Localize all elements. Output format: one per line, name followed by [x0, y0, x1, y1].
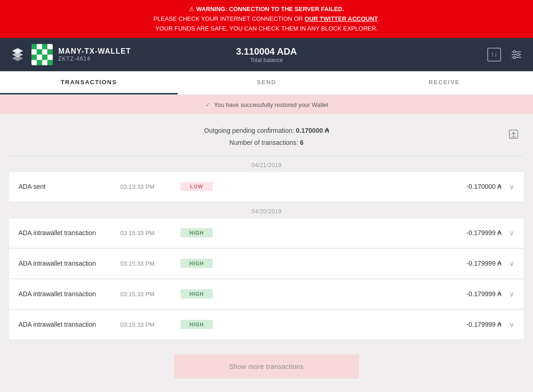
tx-amount: -0.179999 ₳ — [466, 260, 502, 267]
wallet-details: MANY-TX-WALLET ZKTZ-4614 — [58, 47, 131, 62]
pending-label: Outgoing pending confirmation: — [204, 127, 294, 134]
date-header-1: 04/21/2019 — [9, 156, 524, 172]
warning-banner: ⚠ WARNING: CONNECTION TO THE SERVER FAIL… — [0, 0, 533, 38]
tx-time: 03:13:33 PM — [120, 183, 180, 190]
svg-rect-15 — [42, 60, 48, 66]
transaction-row: ADA intrawallet transaction 03:15:33 PM … — [9, 249, 524, 279]
tx-time: 03:15:33 PM — [120, 230, 180, 236]
svg-rect-4 — [48, 44, 53, 50]
tx-count: 6 — [300, 139, 304, 146]
svg-rect-1 — [31, 44, 37, 50]
pending-amount: 0.170000 ₳ — [296, 127, 329, 134]
tx-title: ADA sent — [19, 183, 120, 190]
settings-icon[interactable] — [509, 47, 524, 62]
checkmark-icon: ✓ — [205, 101, 211, 108]
svg-rect-14 — [37, 60, 43, 66]
tab-send[interactable]: SEND — [178, 71, 355, 94]
tx-title: ADA intrawallet transaction — [19, 321, 120, 328]
svg-rect-7 — [42, 50, 48, 55]
svg-rect-12 — [48, 55, 53, 60]
expand-icon[interactable]: ∨ — [509, 259, 514, 268]
transaction-row: ADA intrawallet transaction 03:15:33 PM … — [9, 310, 524, 340]
show-more-container: Show more transactions — [9, 341, 524, 392]
tab-transactions[interactable]: TRANSACTIONS — [0, 71, 178, 94]
tab-receive[interactable]: RECEIVE — [355, 71, 533, 94]
warning-line1: WARNING: CONNECTION TO THE SERVER FAILED… — [196, 6, 344, 12]
warning-line2-suffix: . — [378, 15, 380, 22]
send-receive-icon[interactable]: ↑↓ — [487, 47, 502, 62]
svg-rect-11 — [42, 55, 48, 60]
expand-icon[interactable]: ∨ — [509, 290, 514, 299]
svg-point-24 — [514, 56, 516, 59]
tx-title: ADA intrawallet transaction — [19, 229, 120, 236]
wallet-name: MANY-TX-WALLET — [58, 47, 131, 56]
wallet-id: ZKTZ-4614 — [58, 56, 131, 62]
svg-rect-8 — [48, 50, 53, 55]
wallet-info-section: MANY-TX-WALLET ZKTZ-4614 — [9, 44, 131, 65]
svg-rect-2 — [37, 44, 43, 50]
app-header: MANY-TX-WALLET ZKTZ-4614 3.110004 ADA To… — [0, 38, 533, 71]
svg-rect-13 — [31, 60, 37, 66]
tx-count-label: Number of transactions: — [229, 139, 298, 146]
expand-icon[interactable]: ∨ — [509, 182, 514, 191]
summary-section: Outgoing pending confirmation: 0.170000 … — [9, 114, 524, 156]
svg-rect-10 — [37, 55, 43, 60]
tx-badge-high: HIGH — [180, 320, 213, 329]
twitter-link[interactable]: OUR TWITTER ACCOUNT — [304, 15, 378, 22]
svg-point-23 — [517, 54, 520, 56]
tx-time: 03:15:33 PM — [120, 291, 180, 298]
svg-text:↑↓: ↑↓ — [491, 50, 497, 58]
tx-amount: -0.179999 ₳ — [466, 229, 502, 236]
svg-rect-5 — [31, 50, 37, 55]
balance-label: Total balance — [236, 57, 297, 63]
expand-icon[interactable]: ∨ — [509, 320, 514, 329]
warning-icon: ⚠ — [189, 6, 194, 12]
tx-badge-high: HIGH — [180, 289, 213, 299]
success-message: You have successfully restored your Wall… — [214, 101, 328, 108]
date-header-2: 04/20/2019 — [9, 203, 524, 218]
svg-rect-6 — [37, 50, 43, 55]
svg-rect-16 — [48, 60, 53, 66]
show-more-button[interactable]: Show more transactions — [174, 355, 359, 379]
tx-time: 03:15:33 PM — [120, 321, 180, 328]
balance-section: 3.110004 ADA Total balance — [236, 46, 297, 63]
header-actions: ↑↓ — [487, 47, 524, 62]
tx-title: ADA intrawallet transaction — [19, 290, 120, 298]
svg-rect-9 — [31, 55, 37, 60]
tx-count-text: Number of transactions: 6 — [9, 137, 524, 149]
transaction-row: ADA sent 03:13:33 PM LOW -0.170000 ₳ ∨ — [9, 172, 524, 202]
tx-badge-low: LOW — [180, 182, 213, 191]
warning-line2-prefix: PLEASE CHECK YOUR INTERNET CONNECTION OR — [154, 15, 305, 22]
tx-time: 03:15:33 PM — [120, 260, 180, 267]
transaction-row: ADA intrawallet transaction 03:15:33 PM … — [9, 218, 524, 248]
app-logo — [9, 46, 26, 63]
wallet-avatar — [31, 44, 53, 65]
tx-title: ADA intrawallet transaction — [19, 260, 120, 267]
tx-amount: -0.179999 ₳ — [466, 321, 502, 328]
tx-amount: -0.170000 ₳ — [466, 183, 502, 190]
svg-point-22 — [514, 51, 516, 53]
transaction-row: ADA intrawallet transaction 03:15:33 PM … — [9, 280, 524, 309]
warning-line3: YOUR FUNDS ARE SAFE, YOU CAN CHECK THEM … — [9, 24, 524, 34]
expand-icon[interactable]: ∨ — [509, 229, 514, 237]
tx-amount: -0.179999 ₳ — [466, 290, 502, 298]
balance-amount: 3.110004 ADA — [236, 46, 297, 57]
export-button[interactable] — [508, 129, 519, 142]
svg-rect-3 — [42, 44, 48, 50]
summary-text: Outgoing pending confirmation: 0.170000 … — [9, 125, 524, 137]
tx-badge-high: HIGH — [180, 259, 213, 268]
navigation-tabs: TRANSACTIONS SEND RECEIVE — [0, 71, 533, 95]
success-notification: ✓ You have successfully restored your Wa… — [0, 95, 533, 114]
tx-badge-high: HIGH — [180, 228, 213, 237]
main-content: Outgoing pending confirmation: 0.170000 … — [0, 114, 533, 392]
